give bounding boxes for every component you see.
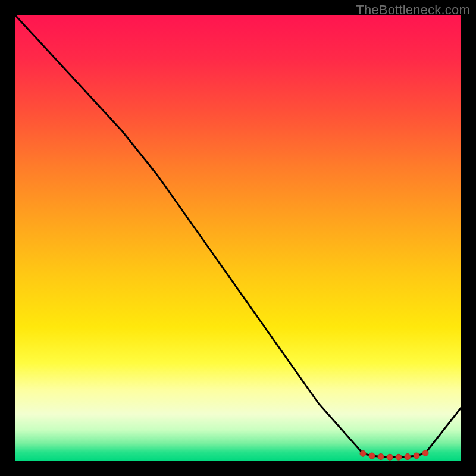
data-marker bbox=[396, 454, 402, 460]
data-marker bbox=[405, 454, 411, 460]
data-marker bbox=[387, 454, 393, 460]
chart-svg bbox=[15, 15, 461, 461]
data-marker bbox=[378, 454, 384, 460]
chart-stage: TheBottleneck.com bbox=[0, 0, 476, 476]
data-marker bbox=[422, 450, 428, 456]
data-line bbox=[15, 15, 461, 457]
data-marker bbox=[369, 453, 375, 459]
data-marker bbox=[414, 453, 419, 459]
data-marker bbox=[360, 450, 366, 456]
data-markers bbox=[360, 450, 428, 461]
